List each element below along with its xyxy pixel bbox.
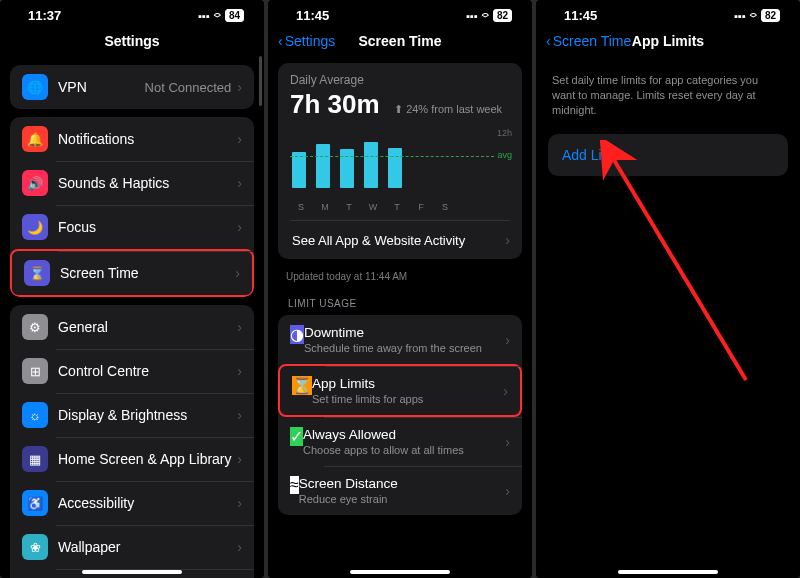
home-indicator[interactable] bbox=[350, 570, 450, 574]
row-detail: Not Connected bbox=[145, 80, 232, 95]
chevron-right-icon: › bbox=[235, 265, 240, 281]
row-always-allowed[interactable]: ✓ Always Allowed Choose apps to allow at… bbox=[278, 417, 522, 466]
chart-bar bbox=[388, 148, 402, 188]
row-icon: ✓ bbox=[290, 427, 303, 446]
row-icon: ◑ bbox=[290, 325, 304, 344]
row-icon: ⌛ bbox=[292, 376, 312, 395]
section-notifications: 🔔 Notifications ›🔊 Sounds & Haptics ›🌙 F… bbox=[10, 117, 254, 297]
row-icon: ⌛ bbox=[24, 260, 50, 286]
daily-average-card: Daily Average 7h 30m ⬆ 24% from last wee… bbox=[278, 63, 522, 259]
home-indicator[interactable] bbox=[618, 570, 718, 574]
row-focus[interactable]: 🌙 Focus › bbox=[10, 205, 254, 249]
row-screen-time[interactable]: ⌛ Screen Time › bbox=[10, 249, 254, 297]
clock: 11:37 bbox=[28, 8, 61, 23]
chart-day-label: S bbox=[438, 202, 452, 212]
add-limit-label: Add Limit bbox=[562, 147, 620, 163]
row-icon: ♿ bbox=[22, 490, 48, 516]
chart-day-label: T bbox=[390, 202, 404, 212]
page-title: Settings bbox=[104, 33, 159, 49]
row-label: Home Screen & App Library bbox=[58, 451, 237, 467]
battery-level: 84 bbox=[225, 9, 244, 22]
section-general: ⚙ General ›⊞ Control Centre ›☼ Display &… bbox=[10, 305, 254, 578]
chart-x-axis: SMTWTFS bbox=[290, 202, 510, 220]
row-sounds-haptics[interactable]: 🔊 Sounds & Haptics › bbox=[10, 161, 254, 205]
row-home-screen-app-library[interactable]: ▦ Home Screen & App Library › bbox=[10, 437, 254, 481]
row-screen-distance[interactable]: ≈ Screen Distance Reduce eye strain › bbox=[278, 466, 522, 515]
avg-line bbox=[290, 156, 494, 157]
delta-text: 24% from last week bbox=[406, 103, 502, 115]
signal-icon: ▪▪▪ bbox=[734, 10, 746, 22]
status-bar: 11:37 ▪▪▪ ⌔ 84 bbox=[0, 0, 264, 25]
battery-level: 82 bbox=[493, 9, 512, 22]
chevron-right-icon: › bbox=[503, 383, 508, 399]
row-downtime[interactable]: ◑ Downtime Schedule time away from the s… bbox=[278, 315, 522, 364]
row-control-centre[interactable]: ⊞ Control Centre › bbox=[10, 349, 254, 393]
wifi-icon: ⌔ bbox=[750, 10, 757, 22]
signal-icon: ▪▪▪ bbox=[198, 10, 210, 22]
row-icon: ⚙ bbox=[22, 314, 48, 340]
settings-screen: 11:37 ▪▪▪ ⌔ 84 Settings 🌐 VPN Not Connec… bbox=[0, 0, 264, 578]
daily-average-value: 7h 30m bbox=[290, 89, 380, 120]
row-subtitle: Schedule time away from the screen bbox=[304, 342, 505, 354]
chevron-right-icon: › bbox=[505, 232, 510, 248]
app-limits-screen: 11:45 ▪▪▪ ⌔ 82 ‹ Screen Time App Limits … bbox=[536, 0, 800, 578]
updated-timestamp: Updated today at 11:44 AM bbox=[268, 265, 532, 288]
chevron-right-icon: › bbox=[237, 175, 242, 191]
row-label: VPN bbox=[58, 79, 145, 95]
signal-icon: ▪▪▪ bbox=[466, 10, 478, 22]
page-title: App Limits bbox=[632, 33, 704, 49]
chevron-right-icon: › bbox=[237, 407, 242, 423]
row-title: Downtime bbox=[304, 325, 505, 340]
row-display-brightness[interactable]: ☼ Display & Brightness › bbox=[10, 393, 254, 437]
app-limits-description: Set daily time limits for app categories… bbox=[536, 57, 800, 126]
row-label: General bbox=[58, 319, 237, 335]
y-axis-top: 12h bbox=[497, 128, 512, 138]
arrow-up-icon: ⬆ bbox=[394, 103, 403, 115]
row-icon: ❀ bbox=[22, 534, 48, 560]
row-icon: 🔔 bbox=[22, 126, 48, 152]
scroll-indicator[interactable] bbox=[259, 56, 262, 106]
section-header-limit-usage: LIMIT USAGE bbox=[268, 288, 532, 313]
status-icons: ▪▪▪ ⌔ 84 bbox=[198, 9, 244, 22]
row-icon: 🌙 bbox=[22, 214, 48, 240]
row-app-limits[interactable]: ⌛ App Limits Set time limits for apps › bbox=[278, 364, 522, 417]
back-button[interactable]: ‹ Screen Time bbox=[546, 33, 631, 49]
home-indicator[interactable] bbox=[82, 570, 182, 574]
section-vpn: 🌐 VPN Not Connected › bbox=[10, 65, 254, 109]
daily-delta: ⬆ 24% from last week bbox=[394, 103, 502, 116]
row-accessibility[interactable]: ♿ Accessibility › bbox=[10, 481, 254, 525]
row-vpn[interactable]: 🌐 VPN Not Connected › bbox=[10, 65, 254, 109]
back-label: Screen Time bbox=[553, 33, 632, 49]
see-all-label: See All App & Website Activity bbox=[292, 233, 505, 248]
chart-bar bbox=[316, 144, 330, 188]
chevron-left-icon: ‹ bbox=[546, 33, 551, 49]
see-all-activity-row[interactable]: See All App & Website Activity › bbox=[290, 220, 510, 259]
chevron-right-icon: › bbox=[505, 332, 510, 348]
globe-icon: 🌐 bbox=[22, 74, 48, 100]
chevron-left-icon: ‹ bbox=[278, 33, 283, 49]
chart-day-label: M bbox=[318, 202, 332, 212]
row-text: Always Allowed Choose apps to allow at a… bbox=[303, 427, 505, 456]
clock: 11:45 bbox=[296, 8, 329, 23]
row-text: Screen Distance Reduce eye strain bbox=[299, 476, 506, 505]
row-subtitle: Reduce eye strain bbox=[299, 493, 506, 505]
chevron-right-icon: › bbox=[237, 451, 242, 467]
row-text: App Limits Set time limits for apps bbox=[312, 376, 503, 405]
row-wallpaper[interactable]: ❀ Wallpaper › bbox=[10, 525, 254, 569]
status-bar: 11:45 ▪▪▪ ⌔ 82 bbox=[268, 0, 532, 25]
chart-bar bbox=[364, 142, 378, 188]
clock: 11:45 bbox=[564, 8, 597, 23]
status-bar: 11:45 ▪▪▪ ⌔ 82 bbox=[536, 0, 800, 25]
back-button[interactable]: ‹ Settings bbox=[278, 33, 335, 49]
avg-label: avg bbox=[497, 150, 512, 160]
chevron-right-icon: › bbox=[237, 495, 242, 511]
row-label: Sounds & Haptics bbox=[58, 175, 237, 191]
add-limit-button[interactable]: Add Limit bbox=[548, 134, 788, 176]
row-general[interactable]: ⚙ General › bbox=[10, 305, 254, 349]
row-subtitle: Set time limits for apps bbox=[312, 393, 503, 405]
row-text: Downtime Schedule time away from the scr… bbox=[304, 325, 505, 354]
usage-bar-chart[interactable]: 12h avg bbox=[290, 130, 510, 202]
nav-header: ‹ Screen Time App Limits bbox=[536, 25, 800, 57]
row-icon: ≈ bbox=[290, 476, 299, 494]
row-notifications[interactable]: 🔔 Notifications › bbox=[10, 117, 254, 161]
